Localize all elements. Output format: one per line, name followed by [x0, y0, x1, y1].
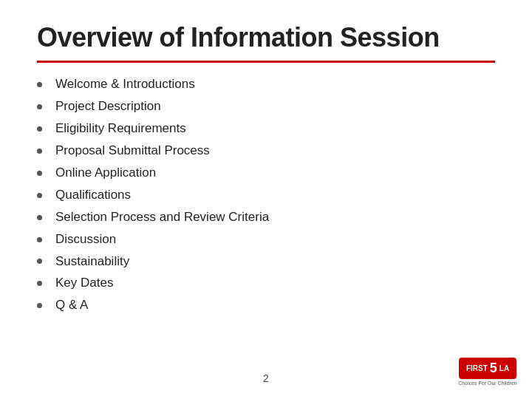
- logo: FIRST 5 LA Choices For Our Children: [458, 351, 517, 392]
- list-item-text: Welcome & Introductions: [55, 76, 195, 93]
- list-item: Welcome & Introductions: [37, 76, 495, 93]
- list-item-text: Selection Process and Review Criteria: [55, 209, 269, 226]
- bullet-list: Welcome & IntroductionsProject Descripti…: [37, 76, 495, 314]
- list-item: Q & A: [37, 297, 495, 314]
- bullet-dot: [37, 259, 42, 264]
- list-item-text: Proposal Submittal Process: [55, 143, 210, 160]
- list-item: Online Application: [37, 165, 495, 182]
- slide: Overview of Information Session Welcome …: [0, 0, 532, 399]
- list-item-text: Q & A: [55, 297, 88, 314]
- logo-rect: FIRST 5 LA: [459, 358, 516, 379]
- list-item: Sustainability: [37, 253, 495, 270]
- logo-la-text: LA: [499, 364, 509, 372]
- bullet-dot: [37, 237, 42, 242]
- bullet-dot: [37, 82, 42, 87]
- bullet-dot: [37, 215, 42, 220]
- bullet-dot: [37, 171, 42, 176]
- slide-title: Overview of Information Session: [37, 22, 495, 53]
- logo-five-text: 5: [490, 361, 497, 376]
- list-item-text: Discussion: [55, 231, 116, 248]
- bullet-dot: [37, 281, 42, 286]
- list-item-text: Project Description: [55, 98, 161, 115]
- page-number: 2: [263, 372, 269, 384]
- list-item-text: Sustainability: [55, 253, 129, 270]
- list-item: Qualifications: [37, 187, 495, 204]
- logo-tagline: Choices For Our Children: [458, 381, 516, 386]
- bullet-dot: [37, 303, 42, 308]
- list-item: Key Dates: [37, 275, 495, 292]
- list-item: Proposal Submittal Process: [37, 143, 495, 160]
- list-item-text: Qualifications: [55, 187, 131, 204]
- bullet-dot: [37, 126, 42, 132]
- list-item: Discussion: [37, 231, 495, 248]
- divider: [37, 61, 495, 63]
- bullet-dot: [37, 104, 42, 109]
- logo-first-text: FIRST: [466, 364, 488, 372]
- list-item-text: Online Application: [55, 165, 156, 182]
- list-item: Selection Process and Review Criteria: [37, 209, 495, 226]
- list-item-text: Eligibility Requirements: [55, 120, 186, 137]
- bullet-dot: [37, 149, 42, 154]
- list-item: Project Description: [37, 98, 495, 115]
- list-item-text: Key Dates: [55, 275, 113, 292]
- bullet-dot: [37, 193, 42, 198]
- list-item: Eligibility Requirements: [37, 120, 495, 137]
